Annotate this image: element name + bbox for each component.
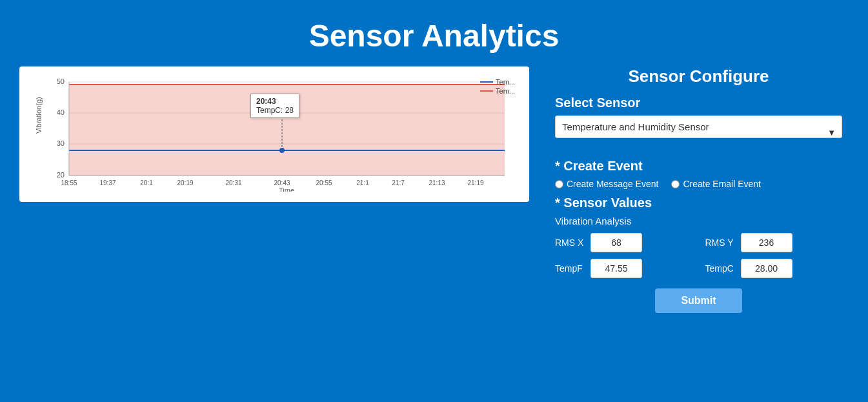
svg-text:20: 20 <box>57 171 65 179</box>
svg-text:30: 30 <box>57 139 65 147</box>
svg-text:Vibration(g): Vibration(g) <box>35 97 43 134</box>
radio-message-label: Create Message Event <box>567 179 658 189</box>
field-row-tempc: TempC <box>705 259 843 278</box>
svg-text:21:13: 21:13 <box>429 179 445 186</box>
submit-button[interactable]: Submit <box>655 288 742 313</box>
radio-email[interactable]: Create Email Event <box>671 179 761 189</box>
sensor-values-title: * Sensor Values <box>555 196 842 210</box>
legend-line-red <box>480 90 493 92</box>
sensor-select[interactable]: Temperature and Humidity Sensor <box>555 116 842 138</box>
rms-y-label: RMS Y <box>705 237 734 248</box>
select-sensor-label: Select Sensor <box>555 95 842 110</box>
rms-x-label: RMS X <box>555 237 584 248</box>
chart-area: 20:43 TempC: 28 Tem... Tem... <box>26 75 519 192</box>
page-title: Sensor Analytics <box>0 0 868 66</box>
tempc-label: TempC <box>705 263 734 274</box>
radio-email-input[interactable] <box>671 180 680 188</box>
tempf-label: TempF <box>555 263 584 274</box>
select-wrapper: Temperature and Humidity Sensor <box>555 116 842 148</box>
vibration-analysis-label: Vibration Analysis <box>555 216 842 226</box>
svg-text:Time: Time <box>279 186 294 192</box>
svg-text:19:37: 19:37 <box>99 179 116 186</box>
rms-x-input[interactable] <box>590 233 642 252</box>
legend-line-blue <box>480 81 493 83</box>
radio-email-label: Create Email Event <box>683 179 761 189</box>
svg-text:20:19: 20:19 <box>177 179 193 186</box>
main-content: 20:43 TempC: 28 Tem... Tem... <box>0 66 868 313</box>
svg-text:21:7: 21:7 <box>392 179 405 186</box>
legend-item-2: Tem... <box>480 87 515 95</box>
svg-text:21:1: 21:1 <box>356 179 369 186</box>
svg-text:20:43: 20:43 <box>274 179 290 186</box>
sensor-values-section: * Sensor Values Vibration Analysis RMS X… <box>555 196 842 313</box>
create-event-section: * Create Event Create Message Event Crea… <box>555 159 842 189</box>
svg-text:20:31: 20:31 <box>225 179 241 186</box>
svg-text:18:55: 18:55 <box>61 179 77 186</box>
tempf-input[interactable] <box>590 259 642 278</box>
tempc-input[interactable] <box>741 259 792 278</box>
svg-text:20:55: 20:55 <box>316 179 332 186</box>
svg-text:20:1: 20:1 <box>140 179 153 186</box>
area-fill-red <box>69 85 505 176</box>
svg-text:21:19: 21:19 <box>467 179 483 186</box>
field-row-rms-x: RMS X <box>555 233 692 252</box>
chart-svg: 50 40 30 20 Vibration(g) 18 <box>26 75 519 192</box>
chart-container: 20:43 TempC: 28 Tem... Tem... <box>19 66 529 202</box>
svg-text:50: 50 <box>57 77 65 85</box>
config-title: Sensor Configure <box>555 66 842 86</box>
radio-message[interactable]: Create Message Event <box>555 179 658 189</box>
config-panel: Sensor Configure Select Sensor Temperatu… <box>549 66 849 313</box>
chart-legend: Tem... Tem... <box>480 78 515 96</box>
radio-message-input[interactable] <box>555 180 563 188</box>
rms-y-input[interactable] <box>741 233 792 252</box>
radio-group: Create Message Event Create Email Event <box>555 179 842 189</box>
fields-grid: RMS X RMS Y TempF TempC <box>555 233 842 278</box>
field-row-rms-y: RMS Y <box>705 233 843 252</box>
field-row-tempf: TempF <box>555 259 692 278</box>
svg-text:40: 40 <box>57 108 65 116</box>
create-event-label: * Create Event <box>555 159 842 174</box>
legend-item-1: Tem... <box>480 78 515 86</box>
